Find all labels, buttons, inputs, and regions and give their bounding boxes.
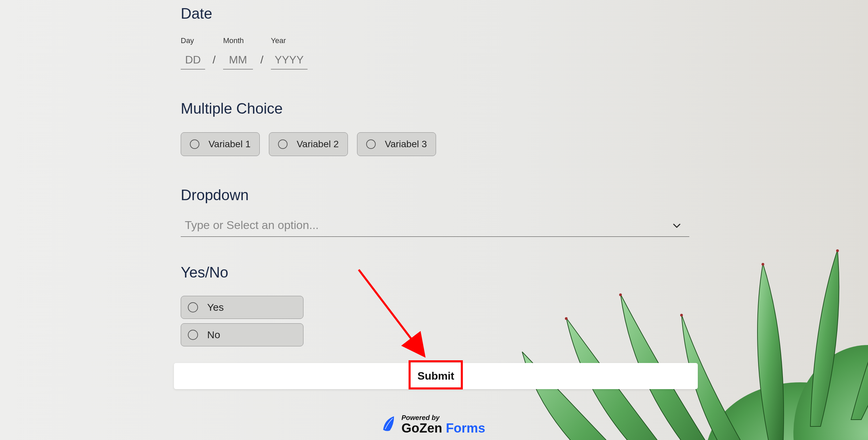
svg-point-1 (793, 345, 868, 440)
leaf-icon (380, 415, 397, 434)
mc-option-1[interactable]: Variabel 1 (181, 132, 260, 156)
date-day-label: Day (181, 36, 205, 45)
radio-icon (278, 139, 288, 149)
yesno-title: Yes/No (181, 264, 696, 281)
footer-brand-gozen: GoZen (401, 421, 446, 435)
date-section: Date Day / Month / Year (181, 5, 696, 70)
date-day-input[interactable] (181, 54, 205, 70)
yesno-option-no[interactable]: No (181, 323, 303, 346)
yesno-no-label: No (207, 329, 220, 341)
date-month-input[interactable] (223, 54, 253, 70)
date-separator: / (213, 54, 216, 70)
footer-text: Powered by GoZen Forms (401, 414, 485, 435)
footer-brand-forms: Forms (446, 421, 485, 435)
mc-option-2[interactable]: Variabel 2 (269, 132, 348, 156)
yesno-section: Yes/No Yes No (181, 264, 696, 346)
dropdown-input[interactable] (185, 218, 673, 232)
mc-option-label: Variabel 2 (297, 139, 339, 150)
date-month-group: Month (223, 36, 253, 70)
multiple-choice-options: Variabel 1 Variabel 2 Variabel 3 (181, 132, 696, 156)
dropdown-field[interactable] (181, 214, 689, 237)
footer-brand: GoZen Forms (401, 422, 485, 435)
dropdown-section: Dropdown (181, 187, 696, 237)
date-title: Date (181, 5, 696, 22)
date-year-group: Year (271, 36, 308, 70)
radio-icon (190, 139, 199, 149)
yesno-option-yes[interactable]: Yes (181, 296, 303, 319)
radio-icon (188, 302, 198, 312)
multiple-choice-title: Multiple Choice (181, 100, 696, 117)
chevron-down-icon (673, 220, 680, 231)
yesno-yes-label: Yes (207, 302, 224, 313)
svg-point-6 (836, 249, 839, 252)
submit-wrap: Submit (174, 363, 698, 389)
footer: Powered by GoZen Forms (380, 414, 485, 435)
dropdown-title: Dropdown (181, 187, 696, 204)
mc-option-label: Variabel 3 (385, 139, 427, 150)
date-inputs-row: Day / Month / Year (181, 36, 696, 70)
date-day-group: Day (181, 36, 205, 70)
date-year-input[interactable] (271, 54, 308, 70)
mc-option-label: Variabel 1 (209, 139, 251, 150)
date-separator: / (260, 54, 263, 70)
radio-icon (366, 139, 376, 149)
date-month-label: Month (223, 36, 253, 45)
yesno-options: Yes No (181, 296, 696, 346)
mc-option-3[interactable]: Variabel 3 (357, 132, 436, 156)
form-container: Date Day / Month / Year Multiple Choice … (181, 0, 696, 375)
svg-point-5 (762, 263, 764, 266)
svg-point-0 (705, 382, 868, 440)
footer-powered: Powered by (401, 414, 485, 422)
date-year-label: Year (271, 36, 308, 45)
multiple-choice-section: Multiple Choice Variabel 1 Variabel 2 Va… (181, 100, 696, 156)
submit-button[interactable]: Submit (174, 363, 698, 389)
radio-icon (188, 330, 198, 340)
